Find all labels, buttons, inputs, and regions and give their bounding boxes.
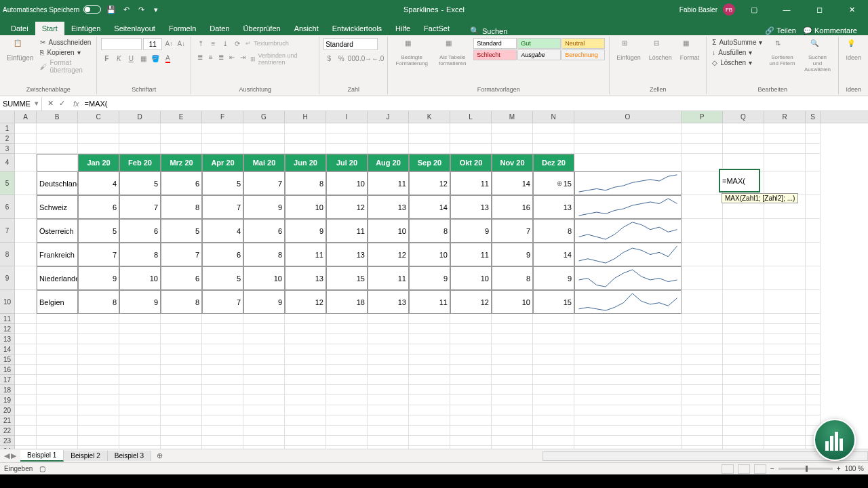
col-header-A[interactable]: A: [15, 111, 37, 123]
cell-L12[interactable]: [450, 324, 492, 334]
cell-I21[interactable]: [326, 415, 368, 426]
cell-S19[interactable]: [806, 395, 821, 405]
user-name[interactable]: Fabio Basler: [679, 6, 717, 14]
col-header-P[interactable]: P: [682, 111, 723, 123]
cell-O4[interactable]: [574, 154, 682, 171]
cell-H9[interactable]: 13: [285, 266, 326, 290]
cell-F16[interactable]: [202, 365, 243, 375]
cell-K1[interactable]: [409, 123, 450, 134]
cell-D21[interactable]: [119, 415, 161, 426]
cell-M16[interactable]: [492, 365, 533, 375]
cell-G8[interactable]: 8: [243, 243, 285, 266]
delete-cells-button[interactable]: ⊟Löschen: [646, 38, 675, 62]
cell-F5[interactable]: 5: [202, 171, 243, 195]
cell-J8[interactable]: 12: [368, 243, 409, 266]
row-header-7[interactable]: 7: [0, 219, 15, 243]
cell-D23[interactable]: [119, 436, 161, 446]
name-box[interactable]: SUMME▾: [0, 97, 42, 110]
cell-S11[interactable]: [806, 314, 821, 324]
cell-H8[interactable]: 11: [285, 243, 326, 266]
cell-C18[interactable]: [78, 385, 119, 395]
cell-C2[interactable]: [78, 134, 119, 144]
cell-K7[interactable]: 8: [409, 219, 450, 243]
col-header-M[interactable]: M: [492, 111, 533, 123]
cell-Q2[interactable]: [723, 134, 764, 144]
cell-A22[interactable]: [15, 426, 37, 436]
cell-O14[interactable]: [574, 344, 682, 354]
cell-O7[interactable]: [574, 219, 682, 243]
cell-R19[interactable]: [764, 395, 806, 405]
cell-P4[interactable]: [682, 154, 723, 171]
cell-C3[interactable]: [78, 144, 119, 154]
cell-R21[interactable]: [764, 415, 806, 426]
row-header-23[interactable]: 23: [0, 436, 15, 446]
grid-area[interactable]: ABCDEFGHIJKLMNOPQRS 12345678910111213141…: [0, 111, 868, 449]
cell-O9[interactable]: [574, 266, 682, 290]
cell-L1[interactable]: [450, 123, 492, 134]
cell-S6[interactable]: [806, 195, 821, 219]
cell-L4[interactable]: Okt 20: [450, 154, 492, 171]
cell-M19[interactable]: [492, 395, 533, 405]
cell-B2[interactable]: [37, 134, 78, 144]
col-header-F[interactable]: F: [202, 111, 243, 123]
cell-N6[interactable]: 13: [533, 195, 574, 219]
cell-Q21[interactable]: [723, 415, 764, 426]
cell-P22[interactable]: [682, 426, 723, 436]
cell-L13[interactable]: [450, 334, 492, 344]
cell-K9[interactable]: 9: [409, 266, 450, 290]
tab-start[interactable]: Start: [35, 22, 64, 35]
cell-Q18[interactable]: [723, 385, 764, 395]
align-right-icon[interactable]: ≣: [217, 52, 226, 62]
cell-L15[interactable]: [450, 354, 492, 365]
cell-B16[interactable]: [37, 365, 78, 375]
font-family-select[interactable]: [101, 38, 142, 50]
cell-C24[interactable]: [78, 446, 119, 449]
cell-S7[interactable]: [806, 219, 821, 243]
cell-O24[interactable]: [574, 446, 682, 449]
cell-A7[interactable]: [15, 219, 37, 243]
cell-K10[interactable]: 11: [409, 290, 450, 314]
cell-I4[interactable]: Jul 20: [326, 154, 368, 171]
cell-A3[interactable]: [15, 144, 37, 154]
cell-I2[interactable]: [326, 134, 368, 144]
cell-J3[interactable]: [368, 144, 409, 154]
cell-J21[interactable]: [368, 415, 409, 426]
cell-O20[interactable]: [574, 405, 682, 415]
cell-I1[interactable]: [326, 123, 368, 134]
style-berechnung[interactable]: Berechnung: [561, 49, 605, 60]
col-header-S[interactable]: S: [806, 111, 821, 123]
cell-M2[interactable]: [492, 134, 533, 144]
cell-K24[interactable]: [409, 446, 450, 449]
cell-O23[interactable]: [574, 436, 682, 446]
row-header-11[interactable]: 11: [0, 314, 15, 324]
style-schlecht[interactable]: Schlecht: [473, 49, 517, 60]
cell-M7[interactable]: 7: [492, 219, 533, 243]
cell-P8[interactable]: [682, 243, 723, 266]
cell-E13[interactable]: [161, 334, 202, 344]
merge-button[interactable]: ⊞ Verbinden und zentrieren: [249, 52, 315, 66]
cell-S14[interactable]: [806, 344, 821, 354]
cell-E7[interactable]: 5: [161, 219, 202, 243]
cell-R20[interactable]: [764, 405, 806, 415]
cell-A20[interactable]: [15, 405, 37, 415]
cell-Q9[interactable]: [723, 266, 764, 290]
zoom-in-icon[interactable]: +: [837, 465, 841, 472]
cell-P16[interactable]: [682, 365, 723, 375]
cell-K18[interactable]: [409, 385, 450, 395]
cell-E22[interactable]: [161, 426, 202, 436]
cell-K2[interactable]: [409, 134, 450, 144]
cell-B6[interactable]: Schweiz: [37, 195, 78, 219]
align-left-icon[interactable]: ≣: [195, 52, 205, 62]
cell-F22[interactable]: [202, 426, 243, 436]
cell-L20[interactable]: [450, 405, 492, 415]
cell-D3[interactable]: [119, 144, 161, 154]
cell-N10[interactable]: 15: [533, 290, 574, 314]
cell-Q17[interactable]: [723, 375, 764, 385]
cell-S12[interactable]: [806, 324, 821, 334]
cell-C11[interactable]: [78, 314, 119, 324]
row-header-4[interactable]: 4: [0, 154, 15, 171]
cell-O21[interactable]: [574, 415, 682, 426]
format-as-table-button[interactable]: ▦ Als Tabelle formatieren: [434, 38, 471, 68]
cell-P10[interactable]: [682, 290, 723, 314]
style-ausgabe[interactable]: Ausgabe: [517, 49, 561, 60]
